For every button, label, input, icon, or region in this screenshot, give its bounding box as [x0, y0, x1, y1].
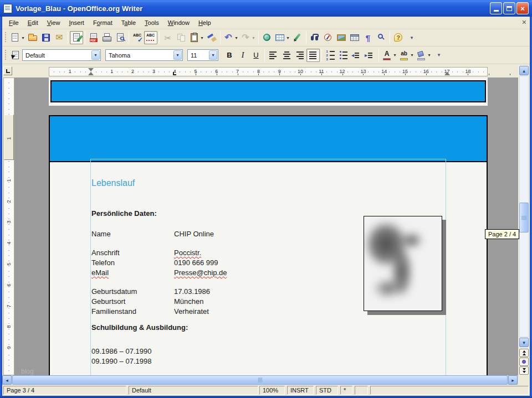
info-value[interactable]: Poccistr.	[174, 249, 201, 257]
draw-functions-button[interactable]	[291, 31, 304, 44]
vertical-scrollbar[interactable]: ▴ ▾	[518, 65, 530, 375]
menu-tools[interactable]: Tools	[140, 18, 163, 28]
cut-button[interactable]: ✂	[161, 31, 175, 44]
status-modified[interactable]: *	[340, 386, 352, 395]
info-label[interactable]: Name	[91, 229, 174, 239]
info-row[interactable]: Geburtsdatum17.03.1986	[91, 287, 210, 297]
open-button[interactable]	[26, 31, 39, 44]
vertical-ruler[interactable]: 1123456789	[3, 77, 14, 375]
zoom-button[interactable]	[375, 31, 388, 44]
new-document-button[interactable]: ▾	[9, 31, 26, 44]
info-value[interactable]: 17.03.1986	[174, 287, 210, 296]
dropdown-arrow-icon[interactable]: ▾	[392, 53, 397, 58]
info-value[interactable]: CHIP Online	[174, 230, 214, 238]
menu-window[interactable]: Window	[163, 18, 194, 28]
help-button[interactable]: ?	[392, 31, 405, 44]
horizontal-scroll-thumb[interactable]	[12, 375, 508, 385]
horizontal-scrollbar[interactable]: ◂ ▸	[2, 375, 518, 385]
scroll-up-icon[interactable]: ▴	[519, 66, 529, 75]
paste-button[interactable]: ▾	[188, 31, 205, 44]
info-value[interactable]: Verheiratet	[174, 307, 209, 316]
bold-button[interactable]: B	[223, 49, 236, 62]
menu-table[interactable]: Table	[117, 18, 140, 28]
gallery-button[interactable]	[335, 31, 348, 44]
minimize-button[interactable]	[490, 2, 502, 14]
menu-edit[interactable]: Edit	[23, 18, 43, 28]
vertical-scroll-thumb[interactable]	[519, 203, 529, 232]
dropdown-arrow-icon[interactable]: ▾	[200, 35, 204, 40]
status-insert-mode[interactable]: INSRT	[287, 386, 314, 395]
underline-button[interactable]: U	[249, 49, 263, 62]
align-left-button[interactable]	[267, 49, 280, 62]
toolbar-grip[interactable]	[4, 32, 7, 43]
close-button[interactable]: ×	[516, 2, 529, 14]
menu-format[interactable]: Format	[89, 18, 117, 28]
info-label[interactable]: eMail	[91, 268, 174, 278]
paragraph-style-combo[interactable]: Default▾	[22, 49, 101, 61]
navigator-button[interactable]	[321, 31, 335, 44]
menu-help[interactable]: Help	[194, 18, 216, 28]
status-page-style[interactable]: Default	[129, 386, 258, 395]
increase-indent-button[interactable]: ▸	[364, 49, 377, 62]
next-page-button[interactable]	[519, 366, 529, 375]
print-button[interactable]	[100, 31, 114, 44]
document-page-partial[interactable]	[49, 77, 488, 106]
status-extra[interactable]	[355, 386, 368, 395]
horizontal-ruler[interactable]: 1123456789101112131415161718	[49, 67, 488, 76]
first-line-indent-marker[interactable]	[88, 68, 94, 71]
combo-dropdown-icon[interactable]: ▾	[173, 50, 182, 60]
left-indent-marker[interactable]	[88, 72, 94, 75]
menu-view[interactable]: View	[43, 18, 65, 28]
info-value[interactable]: 0190 666 999	[174, 259, 218, 267]
dropdown-arrow-icon[interactable]: ▾	[21, 35, 25, 40]
toolbar-grip[interactable]	[4, 50, 7, 61]
info-row[interactable]: Telefon0190 666 999	[91, 258, 218, 268]
auto-spellcheck-button[interactable]: ABC	[144, 31, 157, 44]
applicant-photo[interactable]	[364, 216, 442, 311]
info-row[interactable]: eMailPresse@chip.de	[91, 268, 227, 278]
status-page[interactable]: Page 3 / 4	[3, 386, 126, 395]
status-extra[interactable]	[370, 386, 529, 395]
data-sources-button[interactable]	[348, 31, 361, 44]
dropdown-arrow-icon[interactable]: ▾	[251, 35, 256, 40]
spellcheck-button[interactable]: ABC✓	[131, 31, 144, 44]
insert-table-button[interactable]: ▾	[274, 31, 291, 44]
close-document-icon[interactable]: ×	[522, 18, 526, 26]
info-value[interactable]: München	[174, 297, 203, 306]
edit-file-button[interactable]	[70, 31, 83, 44]
copy-button[interactable]	[175, 31, 188, 44]
page-preview-button[interactable]	[114, 31, 127, 44]
font-color-button[interactable]: A▾	[381, 49, 398, 62]
section-education[interactable]: Schulbildung & Ausbildung:	[91, 323, 188, 332]
toolbar-overflow-button[interactable]: ▾	[405, 31, 418, 44]
maximize-button[interactable]	[503, 2, 515, 14]
info-label[interactable]: Telefon	[91, 258, 174, 268]
justify-button[interactable]	[306, 49, 320, 62]
format-paintbrush-button[interactable]	[205, 31, 218, 44]
info-label[interactable]: Familienstand	[91, 307, 174, 317]
scroll-left-icon[interactable]: ◂	[2, 375, 12, 385]
section-personal-data[interactable]: Persönliche Daten:	[91, 209, 157, 218]
hyperlink-button[interactable]	[260, 31, 274, 44]
dropdown-arrow-icon[interactable]: ▾	[410, 53, 415, 58]
background-color-button[interactable]: ▾	[415, 49, 432, 62]
save-button[interactable]	[39, 31, 53, 44]
tab-stop-marker[interactable]	[173, 72, 176, 75]
find-replace-button[interactable]	[308, 31, 321, 44]
highlighting-button[interactable]: ab▾	[398, 49, 415, 62]
dropdown-arrow-icon[interactable]: ▾	[427, 53, 432, 58]
font-name-combo[interactable]: Tahoma▾	[105, 49, 183, 61]
info-label[interactable]: Anschrift	[91, 248, 174, 258]
redo-button[interactable]: ↷▾	[239, 31, 257, 44]
numbering-button[interactable]: 123	[324, 49, 337, 62]
status-selection-mode[interactable]: STD	[316, 386, 338, 395]
education-line[interactable]: 09.1990 – 07.1998	[91, 356, 151, 366]
combo-dropdown-icon[interactable]: ▾	[91, 50, 100, 60]
status-zoom[interactable]: 100%	[259, 386, 285, 395]
align-center-button[interactable]	[280, 49, 293, 62]
info-row[interactable]: FamilienstandVerheiratet	[91, 307, 209, 317]
font-size-combo[interactable]: 11▾	[187, 49, 218, 61]
align-right-button[interactable]	[293, 49, 306, 62]
scroll-right-icon[interactable]: ▸	[508, 375, 518, 385]
previous-page-button[interactable]	[519, 349, 529, 357]
